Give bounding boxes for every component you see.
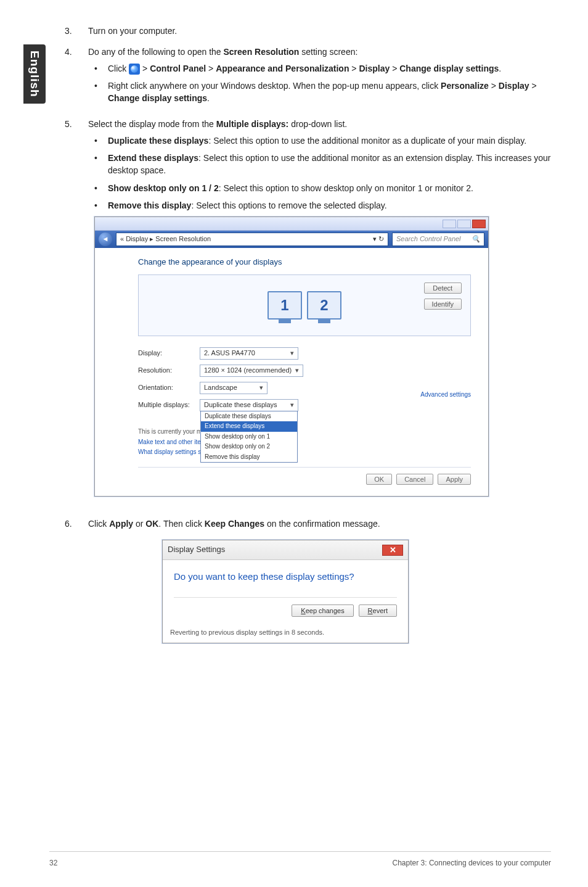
dd-option-extend[interactable]: Extend these displays xyxy=(201,421,297,432)
window-titlebar xyxy=(95,217,488,231)
breadcrumb[interactable]: « Display ▸ Screen Resolution▾ ↻ xyxy=(116,233,388,246)
display-dropdown[interactable]: 2. ASUS PA4770▾ xyxy=(200,347,298,360)
step-3-number: 3. xyxy=(65,25,88,37)
step-6-text: Click Apply or OK. Then click Keep Chang… xyxy=(88,518,551,530)
step-5-intro: Select the display mode from the Multipl… xyxy=(88,118,551,130)
keep-changes-button[interactable]: Keep changes xyxy=(292,604,353,617)
dd-option-show-2[interactable]: Show desktop only on 2 xyxy=(201,442,297,452)
monitor-preview[interactable]: 1 2 Detect Identify xyxy=(138,274,471,336)
step-4-intro: Do any of the following to open the Scre… xyxy=(88,46,551,58)
maximize-button[interactable] xyxy=(457,220,471,228)
search-icon: 🔍 xyxy=(472,234,480,244)
display-label: Display: xyxy=(138,349,200,358)
dd-option-duplicate[interactable]: Duplicate these displays xyxy=(201,411,297,422)
opt-duplicate: Duplicate these displays: Select this op… xyxy=(108,134,551,147)
multiple-displays-options: Duplicate these displays Extend these di… xyxy=(200,411,298,463)
identify-button[interactable]: Identify xyxy=(424,299,462,310)
close-button[interactable]: ✕ xyxy=(382,545,403,556)
dialog-titlebar: Display Settings ✕ xyxy=(163,540,408,560)
chevron-down-icon: ▾ xyxy=(295,366,299,376)
main-content: 3. Turn on your computer. 4. Do any of t… xyxy=(65,25,551,656)
dd-option-remove[interactable]: Remove this display xyxy=(201,452,297,463)
orientation-dropdown[interactable]: Landscape▾ xyxy=(200,382,267,394)
window-heading: Change the appearance of your displays xyxy=(138,257,471,268)
minimize-button[interactable] xyxy=(443,220,456,228)
language-tab: English xyxy=(23,44,46,104)
dd-option-show-1[interactable]: Show desktop only on 1 xyxy=(201,432,297,442)
ok-button[interactable]: OK xyxy=(366,474,392,485)
step-4-bullet-2: Right click anywhere on your Windows des… xyxy=(108,80,551,105)
back-button[interactable]: ◄ xyxy=(99,233,112,246)
nav-bar: ◄ « Display ▸ Screen Resolution▾ ↻ Searc… xyxy=(95,231,488,248)
opt-remove: Remove this display: Select this options… xyxy=(108,199,551,212)
multiple-displays-label: Multiple displays: xyxy=(138,400,200,410)
bullet-dot: • xyxy=(88,80,108,105)
search-input[interactable]: Search Control Panel🔍 xyxy=(392,233,484,246)
help-link[interactable]: What display settings should I choose? xyxy=(138,448,471,457)
opt-extend: Extend these displays: Select this optio… xyxy=(108,152,551,177)
dialog-message: Do you want to keep these display settin… xyxy=(174,570,397,584)
chevron-down-icon: ▾ xyxy=(259,383,263,393)
page-number: 32 xyxy=(49,858,57,868)
monitor-2[interactable]: 2 xyxy=(307,291,341,320)
windows-start-icon xyxy=(129,64,140,75)
opt-show-only: Show desktop only on 1 / 2: Select this … xyxy=(108,182,551,194)
chevron-down-icon: ▾ ↻ xyxy=(373,234,384,244)
step-3-text: Turn on your computer. xyxy=(88,25,551,37)
main-display-note: This is currently your main display. xyxy=(138,427,471,437)
dialog-footer-text: Reverting to previous display settings i… xyxy=(163,625,408,643)
step-4-number: 4. xyxy=(65,46,88,109)
monitor-1[interactable]: 1 xyxy=(267,291,302,320)
multiple-displays-dropdown[interactable]: Duplicate these displays▾ Duplicate thes… xyxy=(200,399,298,411)
text-size-link[interactable]: Make text and other items larger or smal… xyxy=(138,438,471,447)
dialog-title: Display Settings xyxy=(168,544,225,556)
apply-button[interactable]: Apply xyxy=(438,474,471,485)
resolution-label: Resolution: xyxy=(138,366,200,376)
step-5-number: 5. xyxy=(65,118,88,508)
chevron-down-icon: ▾ xyxy=(290,349,294,358)
resolution-dropdown[interactable]: 1280 × 1024 (recommended)▾ xyxy=(200,365,303,377)
cancel-button[interactable]: Cancel xyxy=(396,474,433,485)
display-settings-dialog: Display Settings ✕ Do you want to keep t… xyxy=(162,540,409,643)
step-4-bullet-1: Click > Control Panel > Appearance and P… xyxy=(108,62,551,75)
detect-button[interactable]: Detect xyxy=(424,283,462,294)
orientation-label: Orientation: xyxy=(138,383,200,393)
chevron-down-icon: ▾ xyxy=(290,400,294,410)
page-footer: 32 Chapter 3: Connecting devices to your… xyxy=(49,851,551,868)
screen-resolution-window: ◄ « Display ▸ Screen Resolution▾ ↻ Searc… xyxy=(94,217,489,497)
revert-button[interactable]: Revert xyxy=(359,604,397,617)
bullet-dot: • xyxy=(88,62,108,75)
step-6-number: 6. xyxy=(65,518,88,656)
close-button[interactable] xyxy=(472,220,486,228)
chapter-title: Chapter 3: Connecting devices to your co… xyxy=(393,858,551,868)
